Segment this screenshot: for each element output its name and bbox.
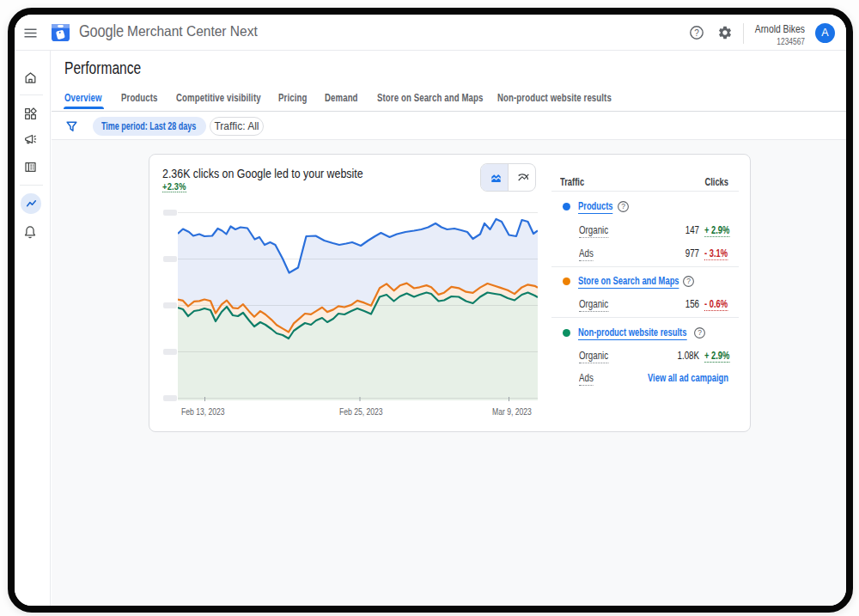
svg-text:?: ?	[698, 328, 702, 337]
svg-text:?: ?	[621, 202, 625, 210]
svg-text:?: ?	[686, 277, 691, 285]
